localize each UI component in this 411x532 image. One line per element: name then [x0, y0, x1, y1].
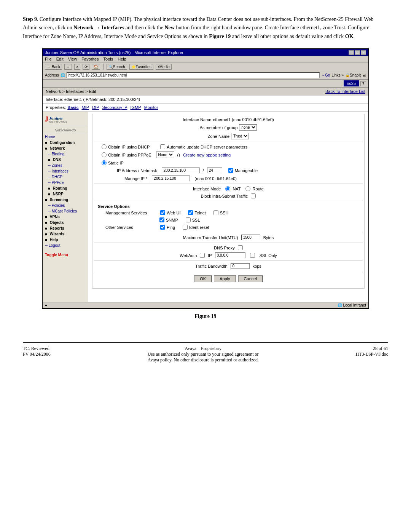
status-left: ●	[45, 303, 47, 307]
sidebar-item-routing[interactable]: ■ Routing	[43, 185, 88, 191]
prop-link-dip[interactable]: DIP	[92, 105, 99, 110]
sidebar-item-dhcp[interactable]: ─ DHCP	[43, 174, 88, 180]
sidebar-item-configuration[interactable]: ■ Configuration	[43, 140, 88, 145]
static-ip-row: Static IP	[102, 160, 355, 165]
back-to-interface-link[interactable]: Back To Interface List	[325, 89, 365, 94]
footer-reviewed: TC; Reviewed:	[23, 346, 51, 351]
mtu-unit: Bytes	[263, 235, 274, 240]
ip-address-input[interactable]	[162, 168, 200, 173]
interfaces-bold: Interfaces	[101, 25, 124, 30]
toggle-menu-button[interactable]: Toggle Menu	[43, 251, 88, 259]
minimize-button[interactable]: _	[349, 50, 354, 55]
browser-toolbar: ← Back → × ⟳ 🏠 🔍Search ⭐Favorites ♪Media	[43, 62, 368, 71]
sidebar-item-zones[interactable]: ─ Zones	[43, 163, 88, 168]
footer-proprietary: Avaya – Proprietary	[148, 346, 259, 351]
search-button[interactable]: 🔍Search	[107, 64, 127, 70]
menu-tools[interactable]: Tools	[104, 57, 113, 61]
interface-name-value: ethernet1 (mac 0010.db91.64e0)	[213, 117, 274, 122]
netmask-input[interactable]	[207, 168, 222, 173]
zone-select[interactable]: Trust	[231, 133, 249, 139]
snmp-checkbox[interactable]	[159, 217, 164, 222]
prop-link-monitor[interactable]: Monitor	[144, 105, 158, 110]
pppoe-radio[interactable]	[102, 152, 107, 157]
interface-name-label: Interface Name	[183, 117, 211, 122]
apply-button[interactable]: Apply	[214, 275, 236, 282]
forward-button[interactable]: →	[64, 64, 72, 70]
webauth-ip-input[interactable]	[215, 252, 245, 258]
route-radio[interactable]	[245, 186, 250, 191]
ns-badge: ns25	[344, 80, 359, 86]
mtu-input[interactable]	[241, 235, 260, 240]
webauth-checkbox[interactable]	[200, 253, 205, 258]
manage-ip-row: Manage IP * (mac 0010.db91.64e0)	[94, 176, 363, 181]
stop-button[interactable]: ×	[74, 64, 80, 70]
menu-file[interactable]: File	[45, 57, 52, 61]
traffic-bw-input[interactable]	[231, 263, 250, 269]
help-icon[interactable]: ?	[360, 81, 366, 86]
manage-ip-input[interactable]	[152, 176, 190, 181]
close-button[interactable]: ×	[361, 50, 366, 55]
dns-proxy-checkbox[interactable]	[238, 245, 243, 250]
slash-label: /	[203, 168, 204, 173]
block-intra-checkbox[interactable]	[251, 193, 256, 198]
sidebar-item-vpns[interactable]: ■ VPNs	[43, 214, 88, 220]
ssh-checkbox[interactable]	[213, 210, 218, 215]
sidebar-item-help[interactable]: ■ Help	[43, 237, 88, 243]
titlebar-buttons: _ □ ×	[349, 50, 366, 55]
telnet-checkbox[interactable]	[188, 210, 193, 215]
webui-checkbox[interactable]	[160, 210, 165, 215]
prop-link-mip[interactable]: MIP	[82, 105, 89, 110]
ssl-checkbox[interactable]	[186, 217, 191, 222]
sidebar-item-binding[interactable]: ─ Binding	[43, 151, 88, 157]
manageable-checkbox[interactable]	[228, 168, 233, 173]
static-ip-radio[interactable]	[102, 160, 107, 165]
maximize-button[interactable]: □	[355, 50, 360, 55]
cancel-button[interactable]: Cancel	[238, 275, 263, 282]
home-button[interactable]: 🏠	[92, 64, 100, 70]
footer: TC; Reviewed: PV 04/24/2006 Avaya – Prop…	[23, 342, 388, 363]
auto-update-checkbox[interactable]	[160, 144, 165, 149]
prop-link-basic[interactable]: Basic	[67, 105, 78, 110]
sidebar-item-wizards[interactable]: ■ Wizards	[43, 231, 88, 237]
media-button[interactable]: ♪Media	[156, 64, 172, 70]
sidebar-item-nsrp[interactable]: ■ NSRP	[43, 191, 88, 197]
ok-button[interactable]: OK	[194, 275, 212, 282]
status-bar: ● 🌐 Local Intranet	[43, 302, 368, 308]
sidebar-item-screening[interactable]: ■ Screening	[43, 197, 88, 203]
sidebar-item-interfaces[interactable]: ─ Interfaces	[43, 168, 88, 174]
ssl-only-checkbox[interactable]	[250, 253, 255, 258]
status-right: 🌐 Local Intranet	[338, 303, 366, 307]
go-button[interactable]: →Go	[321, 73, 330, 77]
refresh-button[interactable]: ⟳	[83, 64, 89, 70]
mgmt-services-row2: SNMP SSL	[94, 217, 363, 222]
sidebar-item-policies[interactable]: ─ Policies	[43, 203, 88, 208]
sidebar-item-reports[interactable]: ■ Reports	[43, 225, 88, 231]
menu-edit[interactable]: Edit	[56, 57, 64, 61]
create-pppoe-link[interactable]: Create new pppoe setting	[183, 153, 231, 157]
pppoe-select[interactable]: None	[156, 152, 174, 158]
menu-favorites[interactable]: Favorites	[81, 57, 99, 61]
sidebar-item-mcast-policies[interactable]: ─ MCast Policies	[43, 208, 88, 214]
ident-reset-checkbox[interactable]	[183, 225, 188, 230]
ping-checkbox[interactable]	[160, 225, 165, 230]
group-select[interactable]: none	[239, 124, 257, 131]
back-button[interactable]: ← Back	[45, 64, 62, 70]
webauth-ip-label: IP	[208, 253, 212, 258]
sidebar-item-pppoe[interactable]: ─ PPPoE	[43, 180, 88, 185]
prop-link-secondary-ip[interactable]: Secondary IP	[102, 105, 127, 110]
nat-radio[interactable]	[225, 186, 230, 191]
sidebar-item-network[interactable]: ■ Network	[43, 145, 88, 151]
figure-ref: Figure 19	[209, 34, 231, 39]
sidebar-item-home[interactable]: Home	[43, 134, 88, 140]
browser-menubar: File Edit View Favorites Tools Help	[43, 56, 368, 62]
sidebar-item-logout[interactable]: ─ Logout	[43, 243, 88, 248]
dhcp-radio[interactable]	[102, 144, 107, 149]
menu-view[interactable]: View	[68, 57, 77, 61]
menu-help[interactable]: Help	[118, 57, 126, 61]
address-input[interactable]	[67, 72, 320, 78]
prop-link-igmp[interactable]: IGMP	[131, 105, 141, 110]
sidebar-item-objects[interactable]: ■ Objects	[43, 220, 88, 225]
favorites-button[interactable]: ⭐Favorites	[129, 64, 153, 70]
new-bold: New	[164, 25, 174, 30]
sidebar-item-dns[interactable]: ■ DNS	[43, 157, 88, 163]
